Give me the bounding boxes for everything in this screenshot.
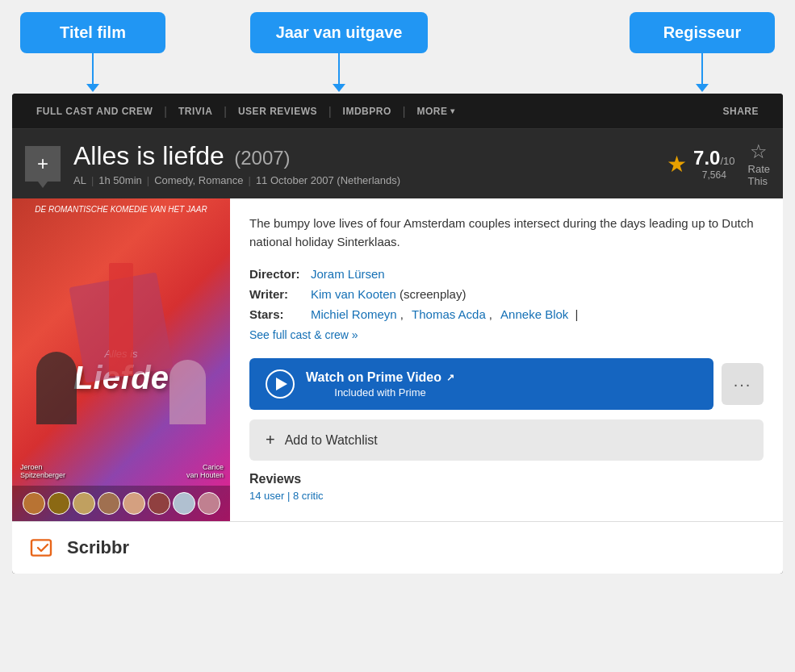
play-icon [266, 369, 295, 399]
rating-number: 7.0 [693, 147, 720, 169]
stars-line: Stars: Michiel Romeyn , Thomas Acda , An… [249, 307, 764, 321]
writer-line: Writer: Kim van Kooten (screenplay) [249, 287, 764, 301]
play-triangle-icon [276, 378, 287, 390]
rating-count: 7,564 [693, 169, 734, 181]
movie-header: + Alles is liefde (2007) AL | 1h 50min |… [12, 129, 783, 198]
writer-note: (screenplay) [400, 287, 467, 301]
director-line: Director: Joram Lürsen [249, 267, 764, 281]
credits: Director: Joram Lürsen Writer: Kim van K… [249, 267, 764, 342]
title-annotation-box: Titel film [20, 12, 165, 53]
rating-label: AL [73, 174, 86, 186]
rate-this-label: RateThis [748, 163, 770, 187]
watch-prime-button[interactable]: Watch on Prime Video ↗ Included with Pri… [249, 358, 713, 410]
movie-year: (2007) [234, 147, 290, 169]
reviews-section: Reviews 14 user | 8 critic [249, 461, 764, 505]
movie-meta: AL | 1h 50min | Comedy, Romance | 11 Oct… [73, 174, 654, 186]
spacer [513, 12, 545, 53]
writer-name[interactable]: Kim van Kooten [311, 287, 396, 301]
watchlist-label: Add to Watchlist [285, 433, 378, 448]
nav-share[interactable]: SHARE [711, 106, 770, 117]
year-arrow [338, 53, 340, 86]
content-area: DE ROMANTISCHE KOMEDIE VAN HET JAAR Alle… [12, 198, 783, 521]
nav-imdbpro[interactable]: IMDbPro [332, 106, 403, 117]
writer-label: Writer: [249, 287, 306, 301]
annotation-row: Titel film Jaar van uitgave Regisseur [12, 12, 783, 53]
imdb-rating: ★ 7.0/10 7,564 [667, 147, 734, 181]
year-annotation-label: Jaar van uitgave [276, 23, 403, 41]
reviews-sub[interactable]: 14 user | 8 critic [249, 490, 764, 502]
plus-icon: + [266, 431, 275, 449]
rating-max: /10 [720, 155, 734, 167]
svg-rect-0 [31, 540, 51, 555]
movie-title: Alles is liefde [73, 141, 224, 170]
poster-cast-strip [12, 486, 230, 521]
see-full-cast-link[interactable]: See full cast & crew » [249, 328, 358, 341]
movie-poster: DE ROMANTISCHE KOMEDIE VAN HET JAAR Alle… [12, 198, 230, 521]
scribbr-logo: Scribbr [28, 535, 129, 561]
star3-name[interactable]: Anneke Blok [500, 307, 568, 321]
prime-sub-text: Included with Prime [306, 386, 454, 399]
nav-user-reviews[interactable]: USER REVIEWS [227, 106, 328, 117]
info-section: The bumpy love lives of four Amsterdam c… [230, 198, 783, 521]
rating-value: 7.0/10 7,564 [693, 147, 734, 181]
nav-trivia[interactable]: TRIVIA [167, 106, 224, 117]
nav-more[interactable]: MORE ▾ [405, 106, 467, 117]
external-link-icon: ↗ [446, 372, 454, 383]
main-card: FULL CAST AND CREW | TRIVIA | USER REVIE… [12, 94, 783, 574]
watch-section: Watch on Prime Video ↗ Included with Pri… [249, 358, 764, 410]
bottom-bar: Scribbr [12, 521, 783, 574]
prime-text-block: Watch on Prime Video ↗ Included with Pri… [306, 370, 454, 399]
rating-block: ★ 7.0/10 7,564 ☆ RateThis [667, 140, 770, 187]
star1-name[interactable]: Michiel Romeyn [311, 307, 397, 321]
scribbr-icon [28, 535, 61, 561]
poster-tagline: DE ROMANTISCHE KOMEDIE VAN HET JAAR [12, 205, 230, 214]
year-annotation-box: Jaar van uitgave [250, 12, 428, 53]
genres: Comedy, Romance [154, 174, 243, 186]
add-to-watchlist-button[interactable]: + Add to Watchlist [249, 419, 764, 461]
director-annotation-label: Regisseur [663, 23, 742, 41]
title-annotation-label: Titel film [60, 23, 126, 41]
director-name[interactable]: Joram Lürsen [311, 267, 385, 281]
add-to-list-button[interactable]: + [25, 146, 61, 182]
movie-title-block: Alles is liefde (2007) AL | 1h 50min | C… [73, 141, 654, 186]
stars-label: Stars: [249, 307, 306, 321]
director-annotation-box: Regisseur [630, 12, 775, 53]
prime-main-text: Watch on Prime Video ↗ [306, 370, 454, 385]
release-date: 11 October 2007 (Netherlands) [256, 174, 400, 186]
title-arrow [92, 53, 94, 86]
duration: 1h 50min [98, 174, 141, 186]
director-label: Director: [249, 267, 306, 281]
nav-bar: FULL CAST AND CREW | TRIVIA | USER REVIE… [12, 94, 783, 129]
rate-this-button[interactable]: ☆ RateThis [748, 140, 770, 187]
more-options-button[interactable]: ··· [722, 363, 764, 405]
nav-full-cast[interactable]: FULL CAST AND CREW [25, 106, 164, 117]
star2-name[interactable]: Thomas Acda [412, 307, 486, 321]
director-arrow [701, 53, 703, 86]
scribbr-name: Scribbr [67, 537, 129, 558]
reviews-title: Reviews [249, 472, 764, 486]
chevron-down-icon: ▾ [450, 106, 455, 115]
star-outline-icon: ☆ [750, 140, 768, 163]
star-filled-icon: ★ [667, 151, 687, 177]
movie-description: The bumpy love lives of four Amsterdam c… [249, 215, 764, 251]
poster-section: DE ROMANTISCHE KOMEDIE VAN HET JAAR Alle… [12, 198, 230, 521]
outer-container: Titel film Jaar van uitgave Regisseur FU… [0, 0, 795, 672]
